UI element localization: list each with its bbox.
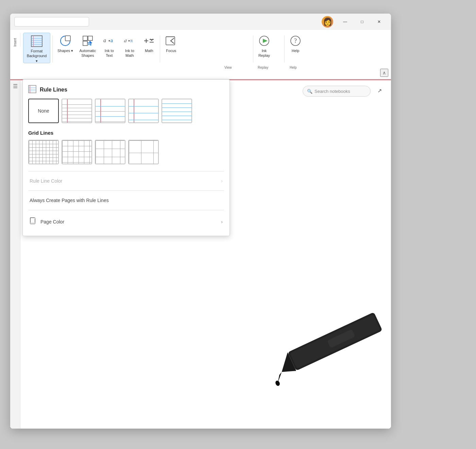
math-button[interactable]: Math [140,33,158,63]
ink-to-math-icon: 𝑎 π [123,35,136,47]
help-group-label: Help [290,66,297,69]
divider-2 [28,190,224,191]
always-create-pages-label: Always Create Pages with Rule Lines [30,198,109,203]
ribbon-sep-4 [284,35,285,63]
grid-option-2[interactable] [62,140,92,164]
automatic-shapes-icon: ✦ [82,35,94,47]
automatic-shapes-button[interactable]: ✦ AutomaticShapes [76,33,99,63]
ink-replay-label: InkReplay [258,48,270,58]
svg-rect-10 [83,41,87,46]
rule-lines-title: Rule Lines [28,85,224,95]
ink-to-text-label: Ink toText [105,48,114,58]
help-icon: ? [289,35,302,47]
format-background-button[interactable]: FormatBackground ▾ [23,33,50,63]
svg-text:?: ? [294,37,297,44]
expand-button[interactable]: ↗ [375,86,384,95]
focus-icon [165,35,177,47]
math-label: Math [145,48,153,53]
svg-point-33 [275,380,281,387]
grid-option-3[interactable] [95,140,125,164]
rule-option-4[interactable] [162,99,192,123]
ribbon-draw-group: FormatBackground ▾ Shapes ▾ [20,33,391,64]
ink-to-math-label: Ink toMath [125,48,134,58]
rule-option-3[interactable] [128,99,159,123]
ribbon: Insert FormatBackground ▾ [10,30,391,79]
stylus-area [221,310,391,429]
ink-to-text-button[interactable]: a a Ink toText [99,33,119,63]
title-search-box[interactable] [14,17,89,27]
svg-text:a: a [103,37,106,43]
rule-preview-2 [96,99,125,122]
format-background-label: FormatBackground ▾ [26,49,47,63]
automatic-shapes-label: AutomaticShapes [79,48,96,58]
view-group-label: View [224,66,232,69]
svg-marker-25 [263,39,268,43]
page-color-label: Page Color [40,219,64,224]
grid-preview-medium [62,140,91,164]
rule-preview-4 [162,99,191,122]
rule-line-options: None [28,99,224,123]
focus-label: Focus [166,48,176,53]
page-color-left: Page Color [30,217,64,226]
none-label: None [38,108,49,114]
grid-lines-section-label: Grid Lines [28,130,224,136]
divider-3 [28,210,224,210]
grid-preview-small [29,140,58,164]
svg-text:✦: ✦ [89,44,92,47]
math-icon [143,35,155,47]
page-color-item[interactable]: Page Color › [28,213,224,230]
window-controls: 👩 — □ ✕ [322,16,387,28]
maximize-button[interactable]: □ [354,16,370,28]
avatar[interactable]: 👩 [322,16,333,28]
svg-rect-0 [31,36,42,47]
grid-preview-large [96,140,125,164]
ribbon-sep-1 [52,35,53,63]
page-color-icon [30,217,37,226]
ink-replay-icon [258,35,270,47]
rule-line-color-item[interactable]: Rule Line Color › [28,174,224,188]
ribbon-sep-2 [160,35,160,63]
rule-option-1[interactable] [62,99,92,123]
format-background-dropdown: Rule Lines None [22,79,230,236]
title-bar: 👩 — □ ✕ [10,14,391,30]
rule-line-color-chevron: › [221,178,223,184]
grid-preview-xlarge [129,140,158,164]
page-color-chevron: › [221,219,223,224]
shapes-button[interactable]: Shapes ▾ [55,33,76,63]
sidebar: ☰ [10,80,20,429]
rule-line-color-label: Rule Line Color [30,178,63,184]
search-notebooks-label: Search notebooks [314,89,350,94]
ribbon-left-stub: Insert [10,33,20,47]
svg-text:a: a [111,37,113,43]
divider-1 [28,171,224,171]
shapes-label: Shapes ▾ [57,48,73,53]
rule-option-2[interactable] [95,99,125,123]
focus-button[interactable]: Focus [162,33,180,63]
rule-option-none[interactable]: None [28,99,59,123]
ribbon-partial-label: Insert [13,38,17,47]
ink-to-math-button[interactable]: 𝑎 π Ink toMath [120,33,139,63]
ink-replay-button[interactable]: InkReplay [254,33,274,63]
ribbon-sep-3 [253,35,253,63]
rule-lines-icon [28,85,36,95]
grid-option-1[interactable] [28,140,59,164]
rule-preview-3 [129,99,158,122]
close-button[interactable]: ✕ [371,16,387,28]
svg-text:π: π [130,38,133,43]
shapes-icon [59,35,71,47]
always-create-pages-item[interactable]: Always Create Pages with Rule Lines [28,194,224,207]
help-button[interactable]: ? Help [286,33,305,63]
rule-preview-1 [62,99,91,122]
replay-group-label: Replay [258,66,268,69]
sidebar-menu-icon[interactable]: ☰ [13,83,18,89]
svg-rect-7 [65,36,70,41]
collapse-ribbon-button[interactable]: ∧ [380,69,388,77]
search-notebooks-box[interactable]: 🔍 Search notebooks [303,86,371,97]
rule-lines-section-label: Rule Lines [40,87,67,93]
svg-rect-9 [88,36,92,40]
grid-option-4[interactable] [128,140,159,164]
minimize-button[interactable]: — [337,16,353,28]
svg-rect-40 [30,222,35,224]
search-icon: 🔍 [307,89,312,94]
svg-text:𝑎: 𝑎 [124,38,127,43]
